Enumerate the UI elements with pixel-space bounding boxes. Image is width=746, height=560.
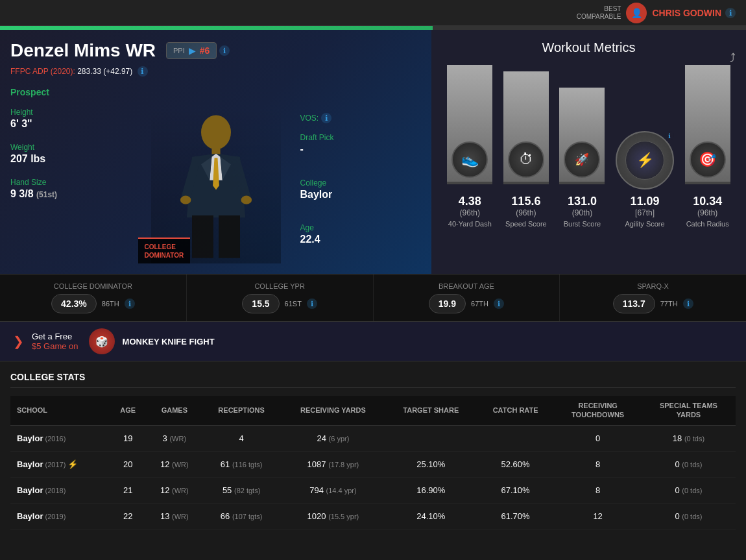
metric-card-breakout-number: 19.9 [429, 294, 466, 313]
table-row: Baylor (2016)193 (WR)424 (6 ypr)018 (0 t… [10, 425, 736, 451]
metric-card-dominator: COLLEGE DOMINATOR 42.3% 86TH ℹ [0, 274, 187, 321]
top-comparable-bar: BEST COMPARABLE 👤 CHRIS GODWIN ℹ [0, 0, 746, 26]
cell-games: 12 (WR) [147, 477, 202, 503]
college-group: College Baylor [300, 178, 422, 201]
svg-point-2 [180, 196, 190, 204]
comparable-info-icon[interactable]: ℹ [725, 8, 736, 18]
cell-receiving-yards: 794 (14.4 ypr) [281, 477, 385, 503]
cell-school: Baylor (2016) [10, 425, 109, 451]
college-dominator-badge: COLLEGE DOMINATOR [138, 237, 191, 263]
metric-item-agility: ⚡ ℹ 11.09 [67th] Agility Score [616, 131, 674, 228]
metric-pct-agility: [67th] [635, 208, 655, 217]
college-stats-title: COLLEGE STATS [10, 372, 736, 388]
vos-line: VOS: ℹ [300, 113, 422, 123]
cell-target-share: 16.90% [385, 477, 477, 503]
metric-item-catch: 🎯 ℹ 10.34 (96th) Catch Radius [685, 141, 730, 228]
prospect-label: Prospect [10, 87, 421, 97]
ppi-info-icon[interactable]: ℹ [219, 45, 230, 56]
metric-pct-40yd: (96th) [460, 208, 480, 217]
metric-value-speed: 115.6 [511, 195, 540, 208]
svg-rect-4 [192, 215, 213, 258]
th-target-share: TARGET SHARE [385, 396, 477, 425]
metric-icon-catch: 🎯 [690, 141, 726, 178]
cell-catch-rate: 61.70% [477, 503, 555, 529]
metric-value-catch: 10.34 [693, 195, 722, 208]
mkf-name: MONKEY KNIFE FIGHT [123, 337, 215, 347]
hand-size-value: 9 3/8 (51st) [10, 188, 132, 200]
cell-receiving-yards: 1020 (15.5 ypr) [281, 503, 385, 529]
promo-bar: ❯ Get a Free $5 Game on 🎲 MONKEY KNIFE F… [0, 321, 746, 361]
metric-card-dominator-values: 42.3% 86TH ℹ [51, 294, 135, 313]
stats-table: SCHOOL AGE GAMES RECEPTIONS RECEIVING YA… [10, 396, 736, 530]
metric-bar-40yd-container [447, 182, 492, 189]
th-special-teams: SPECIAL TEAMSYARDS [642, 396, 736, 425]
comparable-name: CHRIS GODWIN [652, 8, 721, 18]
metric-card-ypr-number: 15.5 [242, 294, 279, 313]
metric-card-breakout-info[interactable]: ℹ [494, 298, 504, 309]
cell-special-teams: 0 (0 tds) [642, 451, 736, 477]
cell-receiving-yards: 1087 (17.8 ypr) [281, 451, 385, 477]
adp-info-icon[interactable]: ℹ [138, 66, 148, 77]
metric-name-catch: Catch Radius [686, 220, 729, 228]
player-panel: Denzel Mims WR PPI ▶ #6 ℹ FFPC ADP (2020… [0, 30, 431, 274]
cell-age: 21 [109, 477, 147, 503]
svg-point-0 [201, 116, 231, 150]
metric-name-40yd: 40-Yard Dash [448, 220, 492, 228]
ppi-label: PPI [173, 47, 185, 55]
cell-receptions: 61 (116 tgts) [202, 451, 281, 477]
cell-receptions: 55 (82 tgts) [202, 477, 281, 503]
cell-special-teams: 18 (0 tds) [642, 425, 736, 451]
agility-info-icon[interactable]: ℹ [665, 131, 674, 140]
th-school: SCHOOL [10, 396, 109, 425]
metric-pct-speed: (96th) [516, 208, 536, 217]
metric-value-agility: 11.09 [631, 195, 660, 208]
stats-tbody: Baylor (2016)193 (WR)424 (6 ypr)018 (0 t… [10, 425, 736, 529]
th-catch-rate: CATCH RATE [477, 396, 555, 425]
ppi-badge: PPI ▶ #6 [166, 42, 217, 59]
hand-size-sub: (51st) [36, 190, 57, 199]
metric-card-sparq-info[interactable]: ℹ [683, 298, 693, 309]
comparable-avatar: 👤 [626, 3, 647, 23]
draft-pick-group: Draft Pick - [300, 133, 422, 155]
share-icon[interactable]: ⤴ [730, 51, 736, 65]
cell-games: 13 (WR) [147, 503, 202, 529]
vos-info-icon[interactable]: ℹ [321, 113, 331, 123]
metric-card-ypr-info[interactable]: ℹ [307, 298, 317, 309]
player-image-center: COLLEGE DOMINATOR [138, 108, 294, 263]
weight-value: 207 lbs [10, 153, 132, 165]
cell-catch-rate: 52.60% [477, 451, 555, 477]
cell-games: 3 (WR) [147, 425, 202, 451]
metric-bar-40yd [447, 182, 492, 184]
metric-name-burst: Burst Score [564, 220, 601, 228]
age-value: 22.4 [300, 234, 422, 245]
cell-age: 19 [109, 425, 147, 451]
metric-card-dominator-info[interactable]: ℹ [125, 298, 135, 309]
ppi-number: #6 [200, 45, 210, 56]
best-comparable-label: BEST COMPARABLE [577, 5, 621, 21]
cell-receptions: 66 (107 tgts) [202, 503, 281, 529]
metric-card-dominator-label: COLLEGE DOMINATOR [54, 282, 132, 290]
mkf-logo: 🎲 [89, 328, 115, 354]
player-stats-left: Height 6' 3" Weight 207 lbs Hand Size 9 … [10, 108, 138, 263]
metric-icon-40yd: 👟 [451, 141, 488, 178]
ppi-arrow: ▶ [189, 45, 196, 56]
main-content: Denzel Mims WR PPI ▶ #6 ℹ FFPC ADP (2020… [0, 30, 746, 274]
agility-inner-circle: ⚡ [625, 141, 664, 180]
player-name: Denzel Mims WR [10, 40, 156, 61]
cell-receiving-yards: 24 (6 ypr) [281, 425, 385, 451]
cell-age: 20 [109, 451, 147, 477]
weight-group: Weight 207 lbs [10, 143, 132, 165]
metric-card-dominator-badge: 86TH [102, 300, 119, 308]
adp-line: FFPC ADP (2020): 283.33 (+42.97) ℹ [10, 66, 421, 77]
cell-target-share: 24.10% [385, 503, 477, 529]
metric-card-sparq-number: 113.7 [613, 294, 655, 313]
metric-card-ypr-badge: 61ST [285, 300, 302, 308]
cell-school: Baylor (2017)⚡ [10, 451, 109, 477]
metric-bar-catch-container [685, 182, 730, 189]
metric-pct-burst: (90th) [572, 208, 592, 217]
metrics-panel: Workout Metrics ⤴ 👟 ℹ 4.38 (96th) 40-Yar… [431, 30, 746, 274]
th-age: AGE [109, 396, 147, 425]
age-group: Age 22.4 [300, 223, 422, 245]
height-group: Height 6' 3" [10, 108, 132, 130]
age-label: Age [300, 223, 422, 232]
